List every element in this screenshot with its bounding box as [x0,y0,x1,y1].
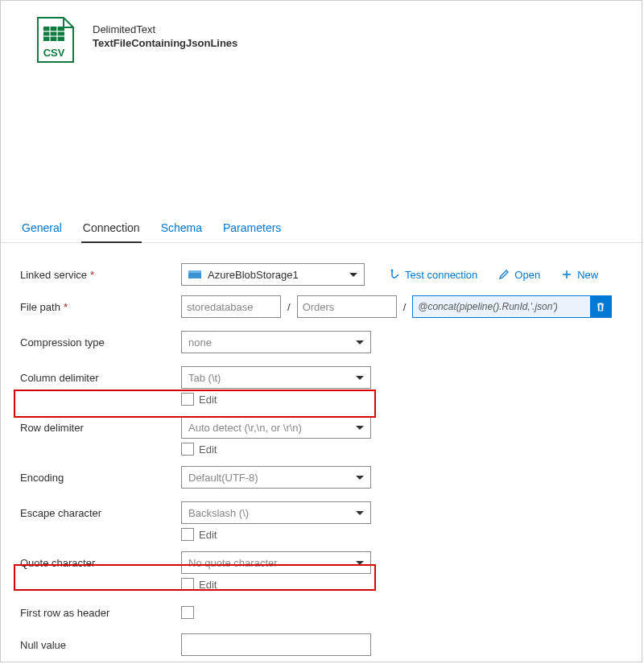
dataset-name: TextFileContainingJsonLines [93,37,237,49]
linked-service-label: Linked service* [20,269,181,281]
test-icon [389,269,400,280]
escape-select[interactable]: Backslash (\) [181,501,371,524]
plus-icon [561,269,572,280]
tab-schema[interactable]: Schema [159,215,204,242]
dataset-header: CSV DelimitedText TextFileContainingJson… [1,1,642,64]
svg-rect-7 [188,270,201,273]
chevron-down-icon [356,561,364,565]
chevron-down-icon [356,476,364,480]
pencil-icon [498,269,510,280]
compression-label: Compression type [20,336,181,348]
path-directory-input[interactable]: Orders [297,295,397,318]
column-delimiter-select[interactable]: Tab (\t) [181,366,371,389]
svg-text:CSV: CSV [43,47,65,59]
quote-select[interactable]: No quote character [181,551,371,574]
row-delimiter-edit-checkbox[interactable] [181,443,194,456]
quote-label: Quote character [20,557,181,569]
tab-bar: General Connection Schema Parameters [1,215,642,243]
new-button[interactable]: New [561,269,598,281]
column-delimiter-edit-checkbox[interactable] [181,393,194,406]
chevron-down-icon [356,511,364,515]
delete-icon[interactable] [590,296,611,317]
linked-service-select[interactable]: AzureBlobStorage1 [181,263,365,286]
path-file-expression[interactable]: @concat(pipeline().RunId,'.json') [412,295,612,318]
escape-edit-checkbox[interactable] [181,528,194,541]
tab-general[interactable]: General [20,215,64,242]
edit-label: Edit [199,394,217,406]
row-delimiter-label: Row delimiter [20,422,181,434]
path-separator: / [287,301,291,313]
first-row-header-checkbox[interactable] [181,606,194,619]
encoding-label: Encoding [20,472,181,484]
firstrow-label: First row as header [20,607,181,619]
chevron-down-icon [356,376,364,380]
svg-point-8 [391,270,394,272]
null-label: Null value [20,639,181,651]
csv-file-icon: CSV [35,17,75,64]
edit-label: Edit [199,529,217,541]
compression-select[interactable]: none [181,331,371,353]
chevron-down-icon [356,340,364,344]
encoding-select[interactable]: Default(UTF-8) [181,466,371,489]
file-path-label: File path* [20,301,181,313]
null-value-input[interactable] [181,633,371,656]
svg-rect-0 [43,27,64,41]
storage-icon [188,269,203,280]
chevron-down-icon [356,426,364,430]
tab-parameters[interactable]: Parameters [221,215,283,242]
path-container-input[interactable]: storedatabase [181,295,281,318]
escape-label: Escape character [20,507,181,519]
column-delimiter-label: Column delimiter [20,372,181,384]
row-delimiter-select[interactable]: Auto detect (\r,\n, or \r\n) [181,416,371,439]
path-separator: / [403,301,407,313]
edit-label: Edit [199,579,217,591]
open-button[interactable]: Open [498,269,540,281]
tab-connection[interactable]: Connection [81,215,142,243]
chevron-down-icon [349,273,357,277]
edit-label: Edit [199,443,217,456]
dataset-type: DelimitedText [93,23,237,35]
quote-edit-checkbox[interactable] [181,578,194,591]
test-connection-button[interactable]: Test connection [389,269,477,281]
